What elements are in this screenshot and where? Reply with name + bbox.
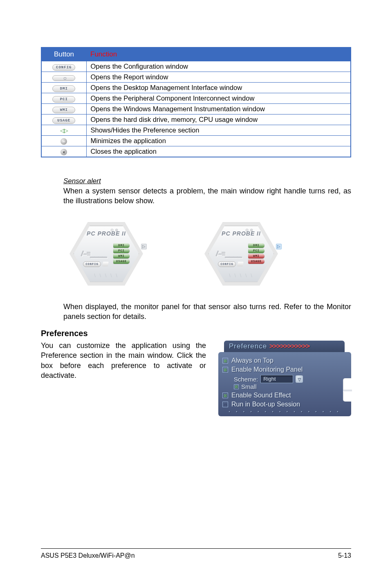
pci-button[interactable]: PCI [52, 96, 75, 103]
config-button[interactable]: CONFIG [52, 64, 75, 71]
pc-probe-hex-alert: ⊖ ⊗ PC PROBE II /–≡⎯⎯⎯⎯ DMIPCIWMIUSAGE C… [198, 215, 284, 293]
preference-toggle-icon[interactable]: ◁▷ [60, 127, 67, 134]
expand-arrow-icon[interactable]: ▷ [141, 244, 147, 249]
scheme-select[interactable]: Right [260, 375, 293, 383]
label-bootup: Run in Boot-up Session [231, 401, 300, 408]
function-cell: Opens the Configuration window [86, 61, 351, 72]
checkbox-sound-effect[interactable]: ⊠ [222, 393, 228, 398]
function-cell: Closes the application [86, 146, 351, 157]
preferences-description: You can customize the application using … [41, 341, 206, 380]
function-cell: Opens the Report window [86, 72, 351, 83]
function-cell: Shows/Hides the Preference section [86, 125, 351, 136]
table-row: PCIOpens the Peripheral Component Interc… [41, 93, 351, 104]
checkbox-enable-monitoring[interactable]: ⊠ [222, 367, 228, 373]
panel-decoration [343, 378, 352, 402]
after-hex-text: When displayed, the monitor panel for th… [63, 302, 351, 322]
button-cell: CONFIG [41, 61, 86, 72]
table-row: CONFIGOpens the Configuration window [41, 61, 351, 72]
function-cell: Opens the Peripheral Component Interconn… [86, 93, 351, 104]
button-function-table: Button Function CONFIGOpens the Configur… [41, 47, 351, 157]
sensor-alert-title: Sensor alert [63, 177, 351, 185]
label-always-on-top: Always on Top [231, 357, 273, 364]
function-cell: Minimizes the application [86, 136, 351, 146]
checkbox-always-on-top[interactable]: ⊠ [222, 358, 228, 364]
button-cell: WMI [41, 104, 86, 114]
table-row: ▢Opens the Report window [41, 72, 351, 83]
th-function: Function [86, 47, 351, 61]
button-cell: PCI [41, 93, 86, 104]
page-footer: ASUS P5E3 Deluxe/WiFi-AP@n 5-13 [41, 548, 351, 559]
chevron-icon: >>>>>>>>>>> [269, 342, 309, 350]
dropdown-icon[interactable]: ▽ [296, 375, 303, 383]
label-sound-effect: Enable Sound Effect [231, 392, 291, 399]
label-scheme: Scheme: [234, 376, 258, 383]
table-row: –Minimizes the application [41, 136, 351, 146]
config-button[interactable]: CONFIG [218, 261, 236, 267]
footer-right: 5-13 [338, 552, 351, 559]
report-button[interactable] [102, 262, 109, 267]
report-button[interactable] [237, 262, 244, 267]
asus-logo: /–≡⎯⎯⎯⎯ [216, 250, 242, 258]
minimize-icon[interactable]: – [61, 138, 67, 145]
button-cell: DMI [41, 83, 86, 93]
hatch-decoration: \ \ \ \ \ [229, 272, 253, 278]
tab-dmi[interactable]: DMI [113, 243, 130, 248]
tab-dmi[interactable]: DMI [248, 243, 264, 248]
button-cell: ◁▷ [41, 125, 86, 136]
expand-arrow-icon[interactable]: ▷ [276, 244, 282, 249]
function-cell: Opens the Desktop Management Interface w… [86, 83, 351, 93]
hex-illustrations: ⊖ ⊗ PC PROBE II /–≡⎯⎯⎯⎯ DMIPCIWMIUSAGE C… [63, 215, 351, 293]
button-cell: ▢ [41, 72, 86, 83]
button-cell: – [41, 136, 86, 146]
preference-tab[interactable]: Preference >>>>>>>>>>> [224, 341, 345, 352]
close-icon[interactable]: × [61, 149, 67, 155]
usage-button[interactable]: USAGE [52, 117, 75, 124]
tab-usage[interactable]: USAGE [248, 259, 264, 264]
dmi-button[interactable]: DMI [52, 85, 75, 92]
preference-tab-label: Preference [229, 342, 269, 350]
tab-pci[interactable]: PCI [113, 249, 130, 253]
function-cell: Opens the Windows Management Instrumenta… [86, 104, 351, 114]
tab-wmi[interactable]: WMI [113, 254, 130, 258]
table-row: ◁▷Shows/Hides the Preference section [41, 125, 351, 136]
tab-pci[interactable]: PCI [248, 249, 264, 253]
sensor-alert-text: When a system sensor detects a problem, … [63, 186, 351, 206]
report-button[interactable]: ▢ [52, 75, 75, 81]
preferences-heading: Preferences [41, 329, 351, 338]
preference-panel: Preference >>>>>>>>>>> ⊠ Always on Top ⊠… [218, 341, 351, 416]
footer-left: ASUS P5E3 Deluxe/WiFi-AP@n [41, 552, 135, 559]
panel-dots: • • • • • • • • • • • • • • • • [222, 410, 347, 414]
table-row: DMIOpens the Desktop Management Interfac… [41, 83, 351, 93]
tab-wmi[interactable]: WMI [248, 254, 264, 258]
function-cell: Opens the hard disk drive, memory, CPU u… [86, 114, 351, 125]
table-row: WMIOpens the Windows Management Instrume… [41, 104, 351, 114]
th-button: Button [41, 47, 86, 61]
pc-probe-hex-normal: ⊖ ⊗ PC PROBE II /–≡⎯⎯⎯⎯ DMIPCIWMIUSAGE C… [63, 215, 149, 293]
checkbox-small[interactable]: ⊠ [234, 384, 239, 389]
tab-usage[interactable]: USAGE [113, 259, 130, 264]
button-cell: USAGE [41, 114, 86, 125]
asus-logo: /–≡⎯⎯⎯⎯ [81, 250, 107, 258]
wmi-button[interactable]: WMI [52, 107, 75, 113]
hatch-decoration: \ \ \ \ \ [94, 272, 119, 278]
label-small: Small [241, 383, 257, 390]
table-row: USAGEOpens the hard disk drive, memory, … [41, 114, 351, 125]
label-enable-monitoring: Enable Monitoring Panel [231, 366, 303, 373]
config-button[interactable]: CONFIG [83, 261, 101, 267]
button-cell: × [41, 146, 86, 157]
table-row: ×Closes the application [41, 146, 351, 157]
checkbox-bootup[interactable]: □ [222, 402, 228, 407]
